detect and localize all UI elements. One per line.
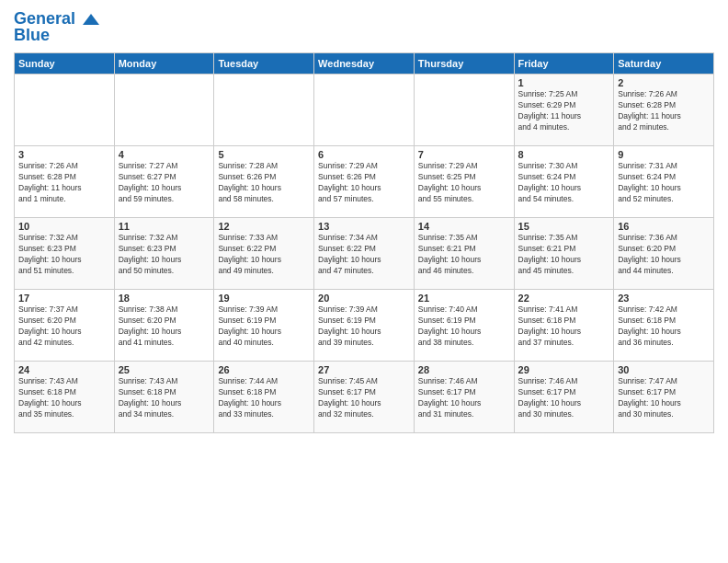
- day-number: 15: [518, 221, 610, 232]
- day-cell: 5Sunrise: 7:28 AM Sunset: 6:26 PM Daylig…: [214, 146, 314, 218]
- day-number: 10: [18, 221, 110, 232]
- day-number: 7: [418, 149, 510, 160]
- day-info: Sunrise: 7:46 AM Sunset: 6:17 PM Dayligh…: [518, 376, 610, 420]
- logo-icon: [81, 12, 101, 27]
- col-header-tuesday: Tuesday: [214, 53, 314, 75]
- day-number: 27: [318, 364, 410, 375]
- day-number: 29: [518, 364, 610, 375]
- week-row-2: 3Sunrise: 7:26 AM Sunset: 6:28 PM Daylig…: [15, 146, 714, 218]
- logo-general: General: [14, 9, 75, 28]
- day-number: 21: [418, 293, 510, 304]
- day-number: 12: [218, 221, 310, 232]
- day-cell: 25Sunrise: 7:43 AM Sunset: 6:18 PM Dayli…: [114, 362, 214, 433]
- day-cell: 3Sunrise: 7:26 AM Sunset: 6:28 PM Daylig…: [15, 146, 115, 218]
- day-cell: 8Sunrise: 7:30 AM Sunset: 6:24 PM Daylig…: [514, 146, 614, 218]
- day-cell: 21Sunrise: 7:40 AM Sunset: 6:19 PM Dayli…: [414, 290, 514, 362]
- day-number: 8: [518, 149, 610, 160]
- logo-blue: Blue: [14, 26, 101, 45]
- header-row: SundayMondayTuesdayWednesdayThursdayFrid…: [15, 53, 714, 75]
- day-info: Sunrise: 7:34 AM Sunset: 6:22 PM Dayligh…: [318, 233, 410, 277]
- calendar-page: General Blue SundayMondayTuesdayWednesda…: [0, 0, 728, 563]
- col-header-saturday: Saturday: [614, 53, 714, 75]
- day-cell: 28Sunrise: 7:46 AM Sunset: 6:17 PM Dayli…: [414, 362, 514, 433]
- day-info: Sunrise: 7:28 AM Sunset: 6:26 PM Dayligh…: [218, 161, 310, 205]
- day-cell: 26Sunrise: 7:44 AM Sunset: 6:18 PM Dayli…: [214, 362, 314, 433]
- day-info: Sunrise: 7:37 AM Sunset: 6:20 PM Dayligh…: [18, 304, 110, 349]
- day-cell: 19Sunrise: 7:39 AM Sunset: 6:19 PM Dayli…: [214, 290, 314, 362]
- day-cell: 12Sunrise: 7:33 AM Sunset: 6:22 PM Dayli…: [214, 218, 314, 290]
- day-info: Sunrise: 7:39 AM Sunset: 6:19 PM Dayligh…: [218, 304, 310, 349]
- day-number: 6: [318, 149, 410, 160]
- day-info: Sunrise: 7:29 AM Sunset: 6:26 PM Dayligh…: [318, 161, 410, 205]
- day-number: 23: [618, 293, 710, 304]
- col-header-sunday: Sunday: [15, 53, 115, 75]
- day-info: Sunrise: 7:35 AM Sunset: 6:21 PM Dayligh…: [518, 233, 610, 277]
- day-info: Sunrise: 7:35 AM Sunset: 6:21 PM Dayligh…: [418, 233, 510, 277]
- day-cell: 17Sunrise: 7:37 AM Sunset: 6:20 PM Dayli…: [15, 290, 115, 362]
- day-info: Sunrise: 7:41 AM Sunset: 6:18 PM Dayligh…: [518, 304, 610, 349]
- day-cell: 14Sunrise: 7:35 AM Sunset: 6:21 PM Dayli…: [414, 218, 514, 290]
- day-cell: 29Sunrise: 7:46 AM Sunset: 6:17 PM Dayli…: [514, 362, 614, 433]
- day-cell: 11Sunrise: 7:32 AM Sunset: 6:23 PM Dayli…: [114, 218, 214, 290]
- day-cell: 6Sunrise: 7:29 AM Sunset: 6:26 PM Daylig…: [314, 146, 415, 218]
- day-cell: 7Sunrise: 7:29 AM Sunset: 6:25 PM Daylig…: [414, 146, 514, 218]
- day-cell: 10Sunrise: 7:32 AM Sunset: 6:23 PM Dayli…: [15, 218, 115, 290]
- day-cell: 4Sunrise: 7:27 AM Sunset: 6:27 PM Daylig…: [114, 146, 214, 218]
- day-cell: 15Sunrise: 7:35 AM Sunset: 6:21 PM Dayli…: [514, 218, 614, 290]
- col-header-monday: Monday: [114, 53, 214, 75]
- day-cell: 2Sunrise: 7:26 AM Sunset: 6:28 PM Daylig…: [614, 75, 714, 146]
- day-cell: [414, 75, 514, 146]
- day-number: 17: [18, 293, 110, 304]
- day-cell: [314, 75, 415, 146]
- day-info: Sunrise: 7:25 AM Sunset: 6:29 PM Dayligh…: [518, 89, 610, 133]
- day-info: Sunrise: 7:43 AM Sunset: 6:18 PM Dayligh…: [18, 376, 110, 420]
- day-info: Sunrise: 7:39 AM Sunset: 6:19 PM Dayligh…: [318, 304, 410, 349]
- day-number: 4: [119, 149, 210, 160]
- week-row-3: 10Sunrise: 7:32 AM Sunset: 6:23 PM Dayli…: [15, 218, 714, 290]
- day-info: Sunrise: 7:47 AM Sunset: 6:17 PM Dayligh…: [618, 376, 710, 420]
- day-number: 2: [618, 77, 710, 88]
- day-info: Sunrise: 7:40 AM Sunset: 6:19 PM Dayligh…: [418, 304, 510, 349]
- day-cell: 20Sunrise: 7:39 AM Sunset: 6:19 PM Dayli…: [314, 290, 415, 362]
- day-cell: [214, 75, 314, 146]
- day-cell: 9Sunrise: 7:31 AM Sunset: 6:24 PM Daylig…: [614, 146, 714, 218]
- week-row-4: 17Sunrise: 7:37 AM Sunset: 6:20 PM Dayli…: [15, 290, 714, 362]
- calendar-table: SundayMondayTuesdayWednesdayThursdayFrid…: [14, 52, 714, 433]
- day-cell: 30Sunrise: 7:47 AM Sunset: 6:17 PM Dayli…: [614, 362, 714, 433]
- day-info: Sunrise: 7:29 AM Sunset: 6:25 PM Dayligh…: [418, 161, 510, 205]
- day-number: 22: [518, 293, 610, 304]
- week-row-5: 24Sunrise: 7:43 AM Sunset: 6:18 PM Dayli…: [15, 362, 714, 433]
- day-number: 13: [318, 221, 410, 232]
- day-number: 5: [218, 149, 310, 160]
- day-number: 11: [119, 221, 210, 232]
- day-number: 16: [618, 221, 710, 232]
- day-number: 14: [418, 221, 510, 232]
- day-number: 20: [318, 293, 410, 304]
- col-header-wednesday: Wednesday: [314, 53, 415, 75]
- day-info: Sunrise: 7:38 AM Sunset: 6:20 PM Dayligh…: [119, 304, 210, 349]
- day-info: Sunrise: 7:27 AM Sunset: 6:27 PM Dayligh…: [119, 161, 210, 205]
- day-cell: [114, 75, 214, 146]
- day-info: Sunrise: 7:26 AM Sunset: 6:28 PM Dayligh…: [18, 161, 110, 205]
- day-number: 25: [119, 364, 210, 375]
- day-info: Sunrise: 7:33 AM Sunset: 6:22 PM Dayligh…: [218, 233, 310, 277]
- day-number: 1: [518, 77, 610, 88]
- header: General Blue: [14, 9, 714, 45]
- logo: General Blue: [14, 9, 101, 45]
- col-header-thursday: Thursday: [414, 53, 514, 75]
- day-info: Sunrise: 7:45 AM Sunset: 6:17 PM Dayligh…: [318, 376, 410, 420]
- week-row-1: 1Sunrise: 7:25 AM Sunset: 6:29 PM Daylig…: [15, 75, 714, 146]
- day-info: Sunrise: 7:26 AM Sunset: 6:28 PM Dayligh…: [618, 89, 710, 133]
- day-cell: 18Sunrise: 7:38 AM Sunset: 6:20 PM Dayli…: [114, 290, 214, 362]
- day-number: 24: [18, 364, 110, 375]
- day-info: Sunrise: 7:43 AM Sunset: 6:18 PM Dayligh…: [119, 376, 210, 420]
- day-number: 9: [618, 149, 710, 160]
- day-info: Sunrise: 7:36 AM Sunset: 6:20 PM Dayligh…: [618, 233, 710, 277]
- day-info: Sunrise: 7:30 AM Sunset: 6:24 PM Dayligh…: [518, 161, 610, 205]
- day-cell: 22Sunrise: 7:41 AM Sunset: 6:18 PM Dayli…: [514, 290, 614, 362]
- day-info: Sunrise: 7:44 AM Sunset: 6:18 PM Dayligh…: [218, 376, 310, 420]
- day-number: 28: [418, 364, 510, 375]
- day-cell: 16Sunrise: 7:36 AM Sunset: 6:20 PM Dayli…: [614, 218, 714, 290]
- day-number: 30: [618, 364, 710, 375]
- day-info: Sunrise: 7:46 AM Sunset: 6:17 PM Dayligh…: [418, 376, 510, 420]
